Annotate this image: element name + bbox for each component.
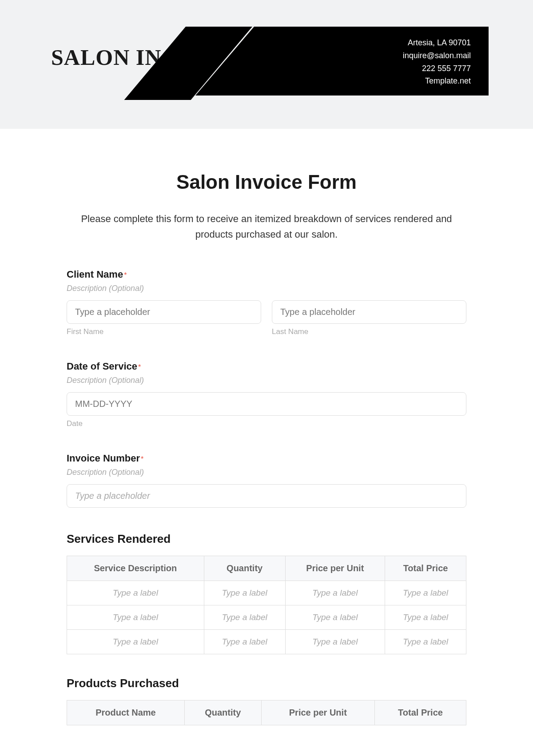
required-asterisk: * — [138, 363, 141, 371]
services-rendered-heading: Services Rendered — [67, 532, 466, 546]
contact-address: Artesia, LA 90701 — [403, 36, 471, 49]
required-asterisk: * — [141, 455, 143, 463]
products-table: Product Name Quantity Price per Unit Tot… — [67, 700, 466, 725]
invoice-number-label: Invoice Number — [67, 453, 140, 464]
invoice-number-input[interactable] — [67, 484, 466, 508]
client-name-description: Description (Optional) — [67, 284, 466, 293]
date-of-service-label: Date of Service — [67, 361, 137, 372]
table-cell[interactable]: Type a label — [285, 630, 385, 654]
table-cell[interactable]: Type a label — [67, 581, 204, 605]
products-col-3: Total Price — [375, 700, 466, 725]
date-sublabel: Date — [67, 419, 466, 428]
contact-email: inquire@salon.mail — [403, 49, 471, 62]
form-content: Salon Invoice Form Please complete this … — [58, 171, 475, 756]
contact-phone: 222 555 7777 — [403, 62, 471, 75]
client-name-group: Client Name* Description (Optional) Firs… — [67, 269, 466, 336]
table-cell[interactable]: Type a label — [385, 630, 466, 654]
client-name-label: Client Name — [67, 269, 123, 280]
table-cell[interactable]: Type a label — [204, 630, 285, 654]
products-col-1: Quantity — [184, 700, 261, 725]
table-cell[interactable]: Type a label — [67, 630, 204, 654]
table-cell[interactable]: Type a label — [285, 605, 385, 630]
table-cell[interactable]: Type a label — [385, 581, 466, 605]
services-col-3: Total Price — [385, 556, 466, 581]
table-cell[interactable]: Type a label — [204, 605, 285, 630]
required-asterisk: * — [124, 271, 127, 279]
last-name-input[interactable] — [272, 300, 466, 324]
form-intro: Please complete this form to receive an … — [67, 211, 466, 242]
last-name-sublabel: Last Name — [272, 327, 466, 336]
products-col-2: Price per Unit — [261, 700, 374, 725]
contact-info: Artesia, LA 90701 inquire@salon.mail 222… — [403, 36, 471, 88]
table-row: Type a labelType a labelType a labelType… — [67, 630, 466, 654]
first-name-sublabel: First Name — [67, 327, 261, 336]
date-of-service-group: Date of Service* Description (Optional) … — [67, 361, 466, 428]
invoice-description: Description (Optional) — [67, 468, 466, 477]
table-row: Type a labelType a labelType a labelType… — [67, 605, 466, 630]
services-table: Service Description Quantity Price per U… — [67, 556, 466, 654]
contact-site: Template.net — [403, 75, 471, 88]
products-purchased-heading: Products Purchased — [67, 676, 466, 690]
services-col-0: Service Description — [67, 556, 204, 581]
date-description: Description (Optional) — [67, 376, 466, 385]
table-cell[interactable]: Type a label — [385, 605, 466, 630]
page-header: SALON INC. Artesia, LA 90701 inquire@sal… — [0, 0, 533, 129]
services-col-1: Quantity — [204, 556, 285, 581]
table-row: Type a labelType a labelType a labelType… — [67, 581, 466, 605]
table-cell[interactable]: Type a label — [67, 605, 204, 630]
first-name-input[interactable] — [67, 300, 261, 324]
services-col-2: Price per Unit — [285, 556, 385, 581]
date-input[interactable] — [67, 392, 466, 416]
header-banner: Artesia, LA 90701 inquire@salon.mail 222… — [195, 27, 489, 95]
table-cell[interactable]: Type a label — [285, 581, 385, 605]
table-cell[interactable]: Type a label — [204, 581, 285, 605]
products-col-0: Product Name — [67, 700, 185, 725]
invoice-number-group: Invoice Number* Description (Optional) — [67, 453, 466, 508]
form-title: Salon Invoice Form — [67, 171, 466, 193]
